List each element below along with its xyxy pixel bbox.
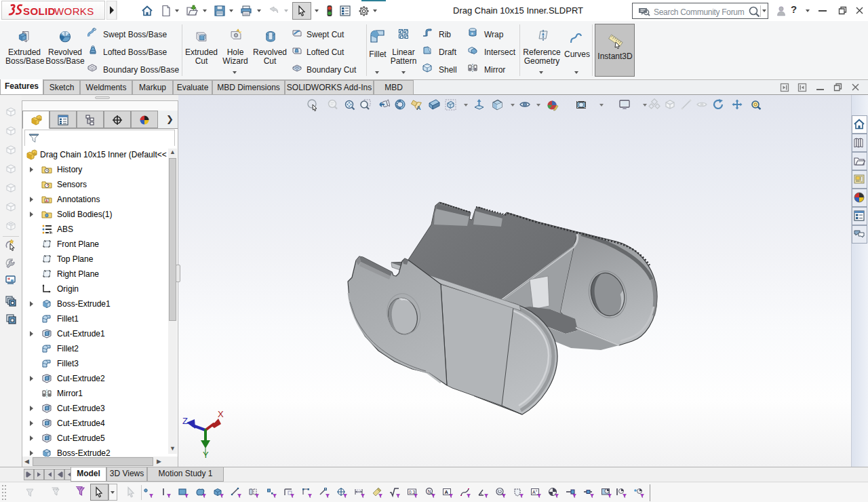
svg-text:0.3: 0.3 [409, 490, 415, 495]
svg-text:SOLID: SOLID [23, 5, 56, 17]
svg-text:N: N [428, 489, 431, 494]
svg-text:X: X [218, 409, 224, 419]
svg-text:A: A [45, 199, 48, 203]
svg-text:A°: A° [532, 490, 538, 495]
svg-text:A: A [416, 104, 421, 111]
svg-text:Z: Z [182, 416, 188, 426]
svg-text:WORKS: WORKS [54, 5, 94, 17]
svg-text:A: A [445, 489, 449, 495]
svg-text:Y: Y [203, 450, 209, 460]
